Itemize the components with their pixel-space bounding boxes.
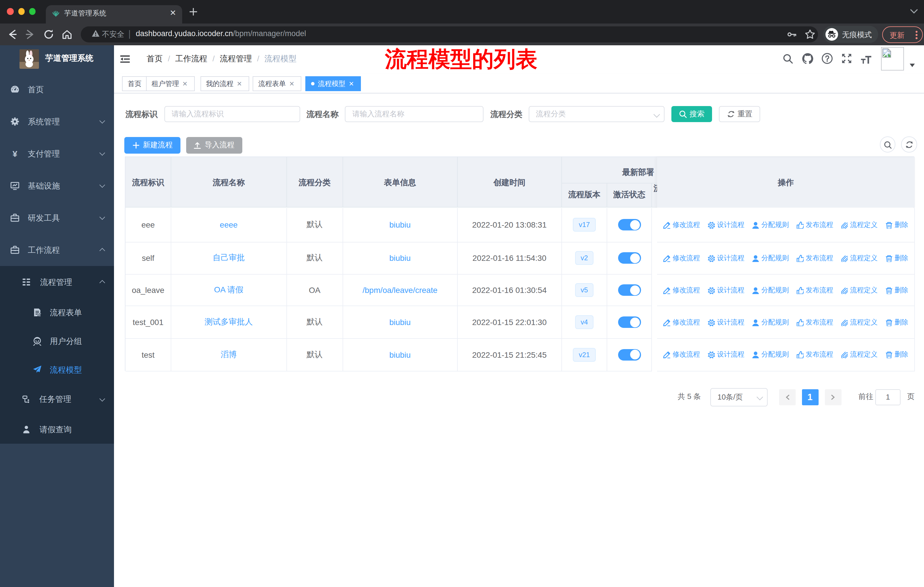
- svg-text:¥: ¥: [13, 149, 18, 158]
